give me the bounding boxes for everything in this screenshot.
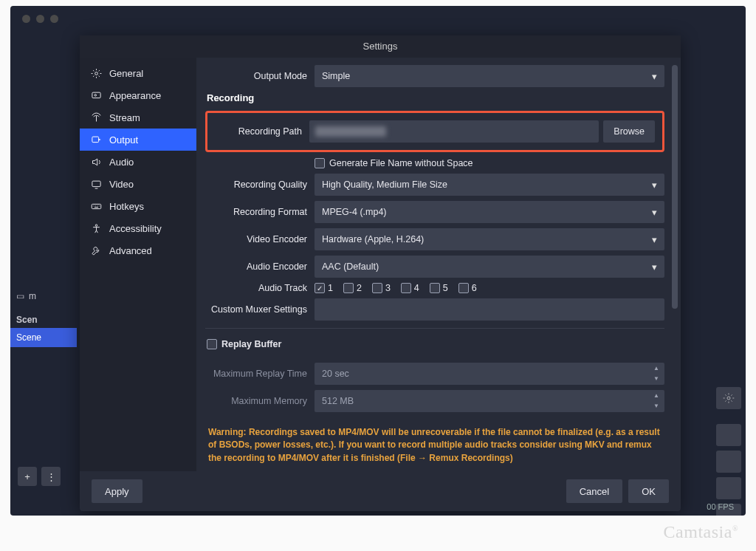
checkbox-icon [343, 283, 354, 293]
nav-item-video[interactable]: Video [80, 173, 196, 195]
max-replay-time-label: Maximum Replay Time [205, 369, 315, 379]
audio-track-5[interactable]: 5 [430, 283, 448, 293]
settings-nav: General Appearance Stream Output Audio [80, 58, 196, 471]
panel-slot-3[interactable] [716, 477, 741, 499]
nav-item-advanced[interactable]: Advanced [80, 239, 196, 261]
chevron-up-icon[interactable]: ▲ [651, 366, 662, 372]
monitor-icon: ▭ [16, 291, 24, 301]
traffic-light-close[interactable] [22, 15, 30, 23]
svg-rect-5 [92, 181, 100, 187]
chevron-down-icon: ▾ [652, 71, 657, 82]
max-memory-label: Maximum Memory [205, 396, 315, 406]
traffic-light-min[interactable] [36, 15, 44, 23]
gear-icon [723, 392, 735, 404]
nav-item-output[interactable]: Output [80, 129, 196, 151]
svg-rect-4 [92, 137, 98, 143]
checkbox-icon [315, 158, 325, 168]
chevron-down-icon: ▾ [652, 179, 657, 191]
max-memory-input[interactable]: 512 MB ▲▼ [315, 390, 664, 412]
kebab-icon: ⋮ [47, 471, 56, 482]
video-encoder-select[interactable]: Hardware (Apple, H.264) ▾ [315, 228, 664, 250]
svg-point-3 [94, 94, 97, 96]
add-scene-button[interactable]: + [18, 467, 37, 486]
audio-track-1[interactable]: 1 [315, 283, 333, 293]
cancel-button[interactable]: Cancel [566, 479, 622, 503]
recording-path-input[interactable] [309, 120, 599, 143]
nav-item-hotkeys[interactable]: Hotkeys [80, 195, 196, 217]
nav-item-stream[interactable]: Stream [80, 106, 196, 129]
checkbox-icon [401, 283, 411, 293]
output-icon [90, 134, 102, 146]
status-bar-fps: 00 FPS [707, 502, 734, 511]
generate-filename-checkbox[interactable]: Generate File Name without Space [315, 158, 473, 168]
settings-gear-button[interactable] [716, 387, 741, 409]
checkbox-icon [315, 283, 325, 293]
nav-label: Stream [109, 112, 140, 123]
panel-slot-1[interactable] [716, 424, 741, 446]
checkbox-icon [372, 283, 382, 293]
format-warning: Warning: Recordings saved to MP4/MOV wil… [205, 417, 664, 465]
max-replay-time-input[interactable]: 20 sec ▲▼ [315, 363, 664, 385]
panel-slot-2[interactable] [716, 451, 741, 473]
nav-item-accessibility[interactable]: Accessibility [80, 217, 196, 239]
nav-label: Audio [109, 157, 134, 168]
replay-buffer-checkbox[interactable]: Replay Buffer [207, 339, 281, 349]
bg-docks-item: ▭ m [10, 287, 77, 306]
recording-path-highlight: Recording Path Browse [205, 111, 664, 152]
traffic-light-max[interactable] [50, 15, 58, 23]
audio-track-group: 1 2 3 4 5 6 [315, 283, 664, 293]
chevron-up-icon[interactable]: ▲ [651, 393, 662, 399]
recording-heading: Recording [207, 92, 664, 103]
audio-encoder-select[interactable]: AAC (Default) ▾ [315, 256, 664, 278]
browse-button[interactable]: Browse [603, 120, 655, 143]
checkbox-icon [458, 283, 469, 293]
recording-format-select[interactable]: MPEG-4 (.mp4) ▾ [315, 201, 664, 223]
dialog-title: Settings [80, 35, 681, 58]
chevron-down-icon: ▾ [652, 234, 657, 245]
settings-dialog: Settings General Appearance Stream Outpu… [80, 35, 681, 511]
recording-quality-select[interactable]: High Quality, Medium File Size ▾ [315, 174, 664, 196]
custom-muxer-label: Custom Muxer Settings [205, 304, 315, 315]
nav-item-general[interactable]: General [80, 62, 196, 84]
chevron-down-icon: ▾ [652, 261, 657, 273]
chevron-down-icon[interactable]: ▼ [651, 376, 662, 382]
separator [205, 328, 664, 329]
nav-label: Hotkeys [109, 201, 144, 212]
audio-track-4[interactable]: 4 [401, 283, 419, 293]
nav-label: Appearance [109, 90, 161, 101]
checkbox-icon [430, 283, 440, 293]
nav-item-audio[interactable]: Audio [80, 151, 196, 173]
nav-label: General [109, 68, 143, 79]
nav-label: Accessibility [109, 223, 162, 234]
chevron-down-icon: ▾ [652, 207, 657, 218]
svg-point-0 [727, 397, 730, 400]
window-controls[interactable] [22, 15, 58, 23]
content-scrollbar[interactable] [672, 64, 678, 465]
nav-item-appearance[interactable]: Appearance [80, 84, 196, 106]
plus-icon: + [24, 471, 30, 482]
audio-encoder-label: Audio Encoder [205, 261, 315, 272]
svg-point-1 [94, 72, 97, 75]
accessibility-icon [90, 222, 102, 234]
nav-label: Video [109, 179, 134, 190]
nav-label: Advanced [109, 245, 152, 256]
audio-track-6[interactable]: 6 [458, 283, 477, 293]
antenna-icon [90, 112, 102, 123]
apply-button[interactable]: Apply [92, 479, 142, 503]
custom-muxer-input[interactable] [315, 298, 664, 321]
audio-track-2[interactable]: 2 [343, 283, 362, 293]
recording-format-label: Recording Format [205, 207, 315, 217]
output-mode-select[interactable]: Simple ▾ [315, 65, 664, 87]
video-encoder-label: Video Encoder [205, 234, 315, 244]
svg-rect-6 [92, 204, 101, 208]
chevron-down-icon[interactable]: ▼ [651, 403, 662, 409]
svg-point-7 [95, 224, 97, 226]
scrollbar-thumb[interactable] [672, 65, 678, 309]
wrench-icon [90, 244, 102, 256]
scene-more-button[interactable]: ⋮ [41, 467, 61, 486]
audio-track-3[interactable]: 3 [372, 283, 391, 293]
scene-item[interactable]: Scene [10, 328, 77, 347]
scenes-panel-label: Scen [10, 315, 77, 328]
ok-button[interactable]: OK [628, 479, 669, 503]
output-mode-label: Output Mode [205, 71, 315, 81]
